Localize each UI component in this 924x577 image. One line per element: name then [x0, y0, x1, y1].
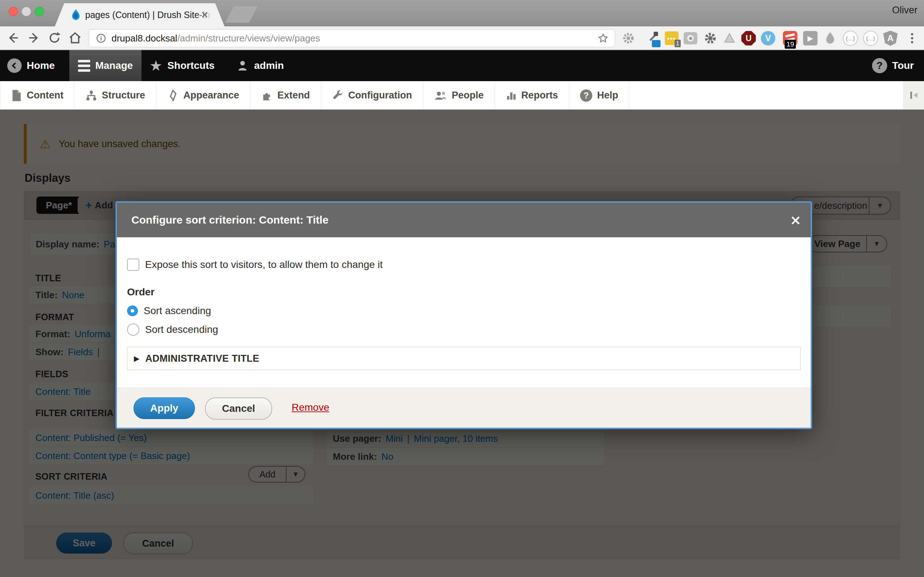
menu-item-extend[interactable]: Extend [250, 81, 321, 110]
extension-json-viewer-2-icon[interactable]: {…} [863, 31, 878, 46]
toolbar-item-shortcuts[interactable]: ★ Shortcuts [143, 50, 221, 81]
browser-toolbar: drupal8.docksal /admin/structure/views/v… [0, 26, 924, 50]
star-icon: ★ [149, 58, 162, 73]
menu-item-appearance[interactable]: Appearance [156, 81, 250, 110]
menu-item-help[interactable]: ? Help [569, 81, 630, 110]
toolbar-item-admin[interactable]: admin [229, 50, 290, 81]
bookmark-star-icon[interactable] [597, 32, 609, 44]
configure-sort-dialog: Configure sort criterion: Content: Title… [115, 201, 812, 429]
reload-button[interactable] [47, 30, 63, 46]
sort-ascending-label[interactable]: Sort ascending [144, 305, 211, 317]
extension-eyedropper-icon[interactable] [645, 31, 660, 46]
extension-drupal-drop-icon[interactable] [822, 31, 838, 46]
drupal-favicon [69, 8, 82, 21]
tab-close-icon[interactable]: × [201, 9, 208, 20]
extension-gear-icon[interactable] [621, 31, 636, 46]
toolbar-item-manage[interactable]: Manage [69, 50, 142, 81]
hamburger-icon [78, 60, 90, 72]
profile-name: Oliver [892, 5, 918, 16]
extension-camera-icon[interactable] [683, 31, 698, 46]
drupal-menubar: Content Structure Appearance Extend Conf… [0, 81, 924, 110]
address-bar[interactable]: drupal8.docksal /admin/structure/views/v… [89, 29, 615, 47]
back-button[interactable] [5, 30, 21, 46]
extension-dark-gear-icon[interactable] [703, 31, 718, 46]
dialog-header[interactable]: Configure sort criterion: Content: Title… [117, 203, 811, 237]
remove-link[interactable]: Remove [292, 402, 329, 413]
browser-tab[interactable]: pages (Content) | Drush Site-In × [55, 3, 225, 26]
sort-ascending-row: Sort ascending [127, 303, 211, 319]
forward-button[interactable] [26, 30, 42, 46]
dialog-cancel-button[interactable]: Cancel [205, 397, 272, 420]
collapse-icon [908, 90, 919, 101]
toolbar-collapse-button[interactable] [903, 81, 924, 109]
toolbar-item-tour[interactable]: ? Tour [866, 50, 921, 81]
help-icon: ? [580, 89, 592, 102]
extension-checklist-icon[interactable]: 19 [782, 31, 798, 46]
menu-item-configuration[interactable]: Configuration [321, 81, 423, 110]
expand-arrow-icon: ▶ [134, 354, 139, 363]
bar-chart-icon [506, 90, 517, 101]
toolbar-item-home[interactable]: Home [1, 50, 61, 81]
drupal-admin-toolbar: Home Manage ★ Shortcuts admin ? Tour [0, 50, 924, 81]
menu-item-people[interactable]: People [423, 81, 495, 110]
new-tab-button[interactable] [225, 6, 258, 23]
close-icon[interactable]: × [790, 203, 801, 237]
menu-item-structure[interactable]: Structure [75, 81, 156, 110]
expose-sort-row: Expose this sort to visitors, to allow t… [127, 257, 383, 272]
url-host: drupal8.docksal [111, 33, 177, 44]
order-label: Order [127, 286, 155, 298]
screen: pages (Content) | Drush Site-In × Oliver… [0, 0, 924, 577]
dialog-footer: Apply Cancel Remove [117, 388, 811, 428]
wrench-icon [332, 90, 344, 102]
administrative-title-fieldset[interactable]: ▶ ADMINISTRATIVE TITLE [127, 347, 801, 370]
window-titlebar: pages (Content) | Drush Site-In × Oliver [0, 0, 924, 26]
apply-button[interactable]: Apply [134, 397, 195, 419]
user-icon [236, 59, 249, 72]
sort-descending-radio[interactable] [127, 324, 139, 336]
window-minimize-button[interactable] [22, 7, 31, 16]
sort-descending-row: Sort descending [127, 322, 218, 338]
extension-ublock-icon[interactable]: U [741, 31, 756, 46]
page-info-icon[interactable] [96, 33, 107, 44]
window-close-button[interactable] [9, 7, 18, 16]
extension-angular-icon[interactable]: A [883, 31, 898, 46]
extension-badge: 19 [785, 40, 796, 49]
back-to-site-icon [7, 58, 22, 73]
extension-badge: 1 [675, 40, 681, 47]
menu-item-reports[interactable]: Reports [495, 81, 569, 110]
question-icon: ? [872, 58, 887, 73]
url-path: /admin/structure/views/view/pages [177, 33, 320, 44]
dialog-title: Configure sort criterion: Content: Title [131, 214, 328, 226]
extension-play-icon[interactable]: ▶ [803, 31, 818, 46]
puzzle-icon [261, 90, 273, 102]
paintbrush-icon [167, 90, 179, 102]
extension-drive-icon[interactable] [722, 31, 737, 46]
sitemap-icon [86, 90, 97, 102]
document-icon [11, 89, 22, 102]
extension-v-circle-icon[interactable]: V [761, 31, 775, 46]
window-zoom-button[interactable] [35, 7, 44, 16]
browser-menu-icon[interactable] [905, 31, 920, 46]
expose-sort-checkbox[interactable] [127, 259, 139, 271]
people-icon [434, 90, 447, 102]
sort-ascending-radio[interactable] [127, 305, 138, 316]
home-button[interactable] [67, 30, 83, 46]
sort-descending-label[interactable]: Sort descending [145, 324, 218, 335]
menu-item-content[interactable]: Content [0, 81, 75, 110]
expose-sort-label[interactable]: Expose this sort to visitors, to allow t… [145, 259, 383, 271]
extension-sticky-notes-icon[interactable]: ••• 1 [664, 31, 679, 46]
extension-json-viewer-icon[interactable]: {…} [843, 31, 858, 46]
